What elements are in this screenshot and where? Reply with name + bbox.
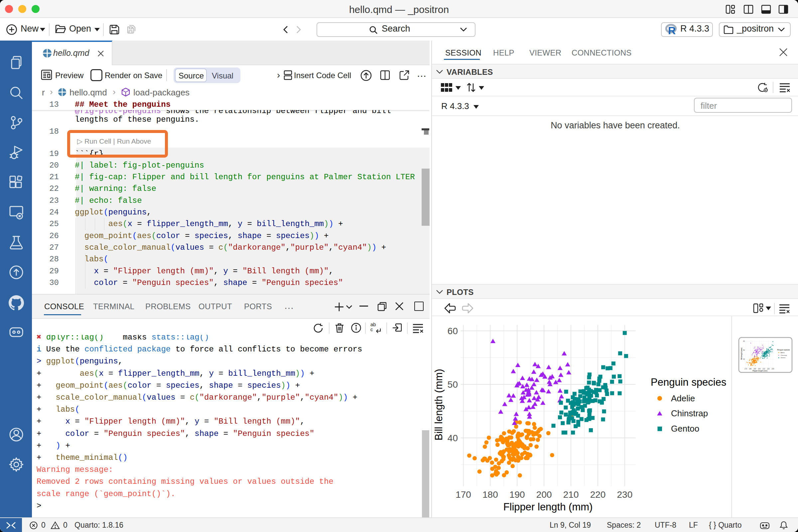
svg-text:R: R [668,25,676,36]
svg-text:c: c [370,326,373,332]
